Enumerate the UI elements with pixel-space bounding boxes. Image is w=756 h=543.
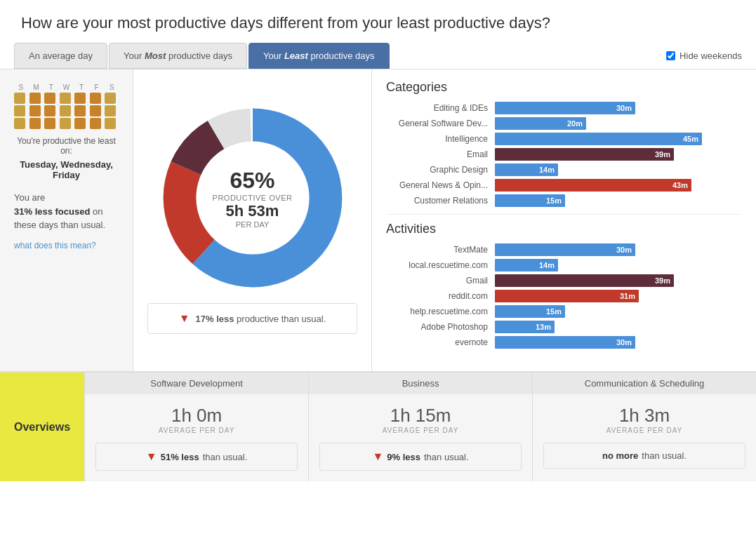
productive-days: Tuesday, Wednesday, Friday: [14, 159, 119, 180]
bar-fill: 30m: [495, 243, 635, 256]
diff-suffix: than usual.: [642, 450, 687, 461]
bar-label: Gmail: [386, 276, 495, 286]
bar-row: reddit.com 31m: [386, 290, 742, 302]
bar-fill: 45m: [495, 133, 702, 145]
tab-least[interactable]: Your Least productive days: [248, 43, 390, 69]
bar-track: 30m: [495, 243, 742, 256]
overviews-label: Overviews: [0, 373, 84, 481]
bar-row: Editing & IDEs 30m: [386, 102, 742, 114]
bar-label: reddit.com: [386, 291, 495, 301]
overview-col-title: Business: [309, 373, 532, 394]
bar-row: Email 39m: [386, 148, 742, 161]
day-f: F: [90, 83, 104, 91]
hide-weekends-checkbox[interactable]: [666, 51, 675, 60]
bar-label: Graphic Design: [386, 165, 495, 175]
overview-avg: AVERAGE PER DAY: [319, 427, 522, 434]
bar-row: local.rescuetime.com 14m: [386, 259, 742, 272]
bar-track: 14m: [495, 163, 742, 176]
overview-diff-box: ▼ 51% less than usual.: [95, 443, 298, 471]
focused-text: You are 31% less focused on these days t…: [14, 191, 119, 232]
donut-chart: 65% PRODUCTIVE OVER 5h 53m PER DAY: [161, 107, 344, 289]
activities-list: TextMate 30m local.rescuetime.com 14m Gm…: [386, 243, 742, 349]
bar-track: 31m: [495, 290, 742, 302]
less-productive-box: ▼ 17% less productive than usual.: [147, 303, 357, 334]
focused-prefix: You are: [14, 192, 45, 203]
overview-col-comm: Communication & Scheduling 1h 3m AVERAGE…: [532, 373, 756, 481]
categories-section: Categories Editing & IDEs 30m General So…: [386, 80, 742, 207]
less-suffix: productive than usual.: [237, 314, 326, 324]
day-w: W: [60, 83, 74, 91]
overview-col-title: Communication & Scheduling: [533, 373, 756, 394]
bar-label: Intelligence: [386, 134, 495, 144]
bar-fill: 14m: [495, 163, 558, 176]
diff-suffix: than usual.: [203, 452, 248, 462]
overview-diff-box: no more than usual.: [543, 443, 745, 469]
bar-track: 30m: [495, 102, 742, 114]
bar-row: Gmail 39m: [386, 274, 742, 287]
bar-track: 39m: [495, 148, 742, 161]
donut-time: 5h 53m: [213, 202, 293, 220]
activities-title: Activities: [386, 222, 742, 236]
bar-track: 14m: [495, 259, 742, 272]
calendar-grid: S M T W T F S: [14, 83, 119, 129]
less-pct: 17% less: [196, 314, 234, 324]
focused-percent: 31% less focused: [14, 206, 90, 217]
day-m: M: [29, 83, 44, 91]
bar-label: Editing & IDEs: [386, 103, 495, 113]
bar-track: 13m: [495, 321, 742, 333]
bar-label: TextMate: [386, 245, 495, 255]
bar-row: TextMate 30m: [386, 243, 742, 256]
bar-track: 39m: [495, 274, 742, 287]
bar-row: help.rescuetime.com 15m: [386, 305, 742, 318]
bar-fill: 30m: [495, 336, 635, 349]
overview-time: 1h 3m: [543, 405, 745, 427]
activities-section: Activities TextMate 30m local.rescuetime…: [386, 222, 742, 349]
overview-col-software: Software Development 1h 0m AVERAGE PER D…: [84, 373, 308, 481]
categories-title: Categories: [386, 80, 742, 95]
bar-fill: 15m: [495, 305, 565, 318]
bar-row: General Software Dev... 20m: [386, 117, 742, 130]
bar-row: Intelligence 45m: [386, 133, 742, 145]
bar-track: 20m: [495, 117, 742, 130]
bar-label: General Software Dev...: [386, 119, 495, 128]
bar-fill: 14m: [495, 259, 558, 272]
bar-fill: 20m: [495, 117, 586, 130]
categories-list: Editing & IDEs 30m General Software Dev.…: [386, 102, 742, 207]
bar-track: 43m: [495, 179, 742, 192]
bar-label: Adobe Photoshop: [386, 322, 495, 332]
bar-row: Graphic Design 14m: [386, 163, 742, 176]
bar-label: evernote: [386, 337, 495, 347]
bar-fill: 15m: [495, 194, 565, 207]
hide-weekends-label: Hide weekends: [679, 51, 742, 61]
tab-most[interactable]: Your Most productive days: [109, 43, 247, 69]
donut-center: 65% PRODUCTIVE OVER 5h 53m PER DAY: [213, 168, 293, 229]
bar-track: 30m: [495, 336, 742, 349]
bar-fill: 39m: [495, 148, 674, 161]
diff-pct: 9% less: [387, 452, 420, 462]
diff-pct: 51% less: [161, 452, 199, 462]
tabs-bar: An average day Your Most productive days…: [0, 43, 756, 69]
bar-label: help.rescuetime.com: [386, 307, 495, 316]
bar-row: Adobe Photoshop 13m: [386, 321, 742, 333]
day-s1: S: [14, 83, 28, 91]
bar-label: Customer Relations: [386, 196, 495, 206]
section-divider: [386, 214, 742, 215]
down-arrow-icon: ▼: [146, 450, 157, 463]
day-s2: S: [105, 83, 119, 91]
what-link[interactable]: what does this mean?: [14, 241, 119, 250]
overview-diff-box: ▼ 9% less than usual.: [319, 443, 522, 471]
bar-fill: 13m: [495, 321, 555, 333]
donut-per-day: PER DAY: [213, 220, 293, 229]
bar-fill: 43m: [495, 179, 691, 192]
down-arrow-icon: ▼: [179, 312, 190, 325]
hide-weekends-control[interactable]: Hide weekends: [666, 51, 742, 61]
day-t2: T: [74, 83, 88, 91]
bar-track: 45m: [495, 133, 742, 145]
donut-label-1: PRODUCTIVE OVER: [213, 194, 293, 202]
tab-average[interactable]: An average day: [14, 43, 107, 69]
content-area: S M T W T F S: [0, 69, 756, 371]
overview-time: 1h 0m: [95, 405, 298, 427]
overview-avg: AVERAGE PER DAY: [95, 427, 298, 434]
overviews-bar: Overviews Software Development 1h 0m AVE…: [0, 371, 756, 481]
less-productive-text: 17% less productive than usual.: [196, 314, 326, 324]
